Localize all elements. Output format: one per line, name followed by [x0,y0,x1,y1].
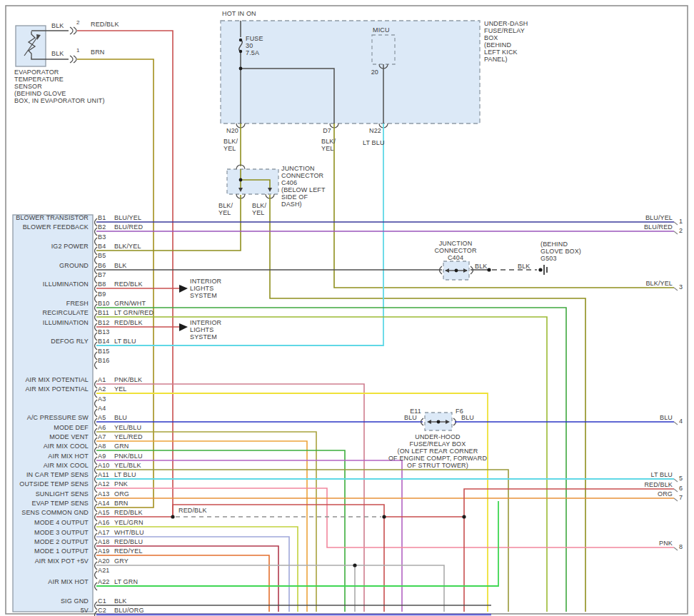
wire-color-a18: RED/BLU [114,538,143,545]
generated-path [95,256,98,264]
generated-path [674,498,678,501]
pin-label-b9: B9 [98,291,106,298]
pin-label-a12: A12 [98,480,109,488]
right-wire-number-7: 7 [679,494,683,501]
pin-arcs-group [95,218,98,616]
n22-wire-color: LT BLU [363,139,385,146]
row-label-a5: A/C PRESSURE SW [1,414,89,421]
pin-label-a5: A5 [98,414,106,421]
pin-label-a15: A15 [98,509,109,516]
micu-pin-20: 20 [363,69,378,76]
interior-lights-arrow-1 [179,285,188,293]
c406-splice-dot [239,178,243,182]
right-wire-number-6: 6 [679,485,683,492]
generated-path [674,231,678,234]
a20-splice-dot [353,563,356,567]
row-label-a20: AIR MIX POT +5V [1,557,89,565]
pin-d7: D7 [311,127,331,134]
pin-label-a1: A1 [98,376,106,383]
row-label-b2: BLOWER FEEDBACK [1,223,89,231]
pin-label-a11: A11 [98,471,109,478]
wire-color-a10: YEL/BLK [114,462,141,469]
a15-splice-dot-3 [462,515,466,518]
sensor-pin1-wire-color: BRN [91,49,104,56]
pin-label-a16: A16 [98,519,109,526]
under-dash-box-label: UNDER-DASH FUSE/RELAY BOX (BEHIND LEFT K… [484,20,528,63]
right-wire-color-1: BLU/YEL [613,214,673,221]
pin-label-b10: B10 [98,300,109,307]
row-label-a9: AIR MIX HOT [1,453,89,460]
pin-label-a22: A22 [98,578,109,585]
right-wire-number-8: 8 [679,543,683,550]
pin-label-a20: A20 [98,557,109,565]
pin-label-b11: B11 [98,309,109,316]
e11-right-wire-color: BLU [461,414,474,421]
wire-d7-blk-yel [334,123,674,288]
pin-label-a6: A6 [98,424,106,431]
wire-a15-red-blk-right [384,489,674,612]
wire-color-a20: GRY [114,557,129,565]
generated-path [95,409,98,417]
generated-path [95,333,98,340]
sensor-pin2-wire-color: RED/BLK [91,21,119,28]
fuse-label: FUSE 30 7.5A [246,35,263,56]
row-label-b4: IG2 POWER [1,243,89,250]
ground-dot [538,268,542,271]
row-label-b6: GROUND [1,262,89,269]
splice-dot [239,67,243,71]
pin-label-b7: B7 [98,271,106,278]
pin-label-a13: A13 [98,490,109,498]
edge-ticks-group [674,222,678,550]
ground-symbol-g503 [544,265,547,275]
g503-ground-label: (BEHIND GLOVE BOX) G503 [540,241,581,262]
pin-label-b1: B1 [98,214,106,221]
wire-color-b10: GRN/WHT [114,300,146,307]
pin-label-b3: B3 [98,233,106,241]
pin-label-a7: A7 [98,433,106,440]
right-wire-color-7: ORG [613,490,673,498]
generated-path [674,479,678,482]
pin-label-a9: A9 [98,453,106,460]
row-label-b10: FRESH [1,300,89,307]
wire-color-a8: GRN [114,443,129,450]
micu-box [372,35,395,64]
right-wire-number-3: 3 [679,283,683,291]
row-label-b12: ILLUMINATION [1,319,89,326]
row-label-a10: AIR MIX COOL [1,462,89,469]
right-wire-color-4: BLU [613,414,673,421]
wire-color-b14: LT BLU [114,338,136,345]
c406-out2-color: BLK/ YEL [252,202,266,216]
wire-color-c2: BLU/ORG [114,607,144,614]
ground-chain-dot [487,268,491,271]
wire-color-b12: RED/BLK [114,319,143,326]
generated-path [674,222,678,225]
generated-path [674,489,678,492]
row-label-a1: AIR MIX POTENTIAL [1,376,89,383]
pin-label-a10: A10 [98,462,109,469]
pin-label-b6: B6 [98,262,106,269]
interior-lights-arrow-2 [179,323,188,331]
pin-label-b16: B16 [98,357,109,364]
row-label-a15: SENS COMMON GND [1,509,89,516]
sensor-wire1-color: BLK [51,50,64,57]
pin-label-b12: B12 [98,319,109,326]
wire-color-b4: BLK/YEL [114,243,141,250]
c404-wire1-color: BLK [475,263,487,270]
a15-splice-dot-1 [171,515,174,518]
wire-color-a19: RED/YEL [114,547,143,555]
pin-label-b8: B8 [98,281,106,288]
row-label-c2: 5V [1,607,89,614]
right-wire-color-3: BLK/YEL [613,280,673,287]
a15-splice-dot-2 [382,515,386,518]
wire-color-a13: ORG [114,490,129,498]
right-wire-color-8: PNK [613,540,673,547]
e11-splice-dot [437,420,441,424]
generated-path [674,422,678,425]
interior-lights-system-1: INTERIOR LIGHTS SYSTEM [190,278,221,299]
pin-label-a2: A2 [98,385,106,393]
fuse-node-bottom [239,50,242,53]
generated-path [674,288,678,291]
pin-label-b4: B4 [98,243,106,250]
generated-path [95,400,98,408]
e11-left-wire-color: BLU [387,414,417,421]
